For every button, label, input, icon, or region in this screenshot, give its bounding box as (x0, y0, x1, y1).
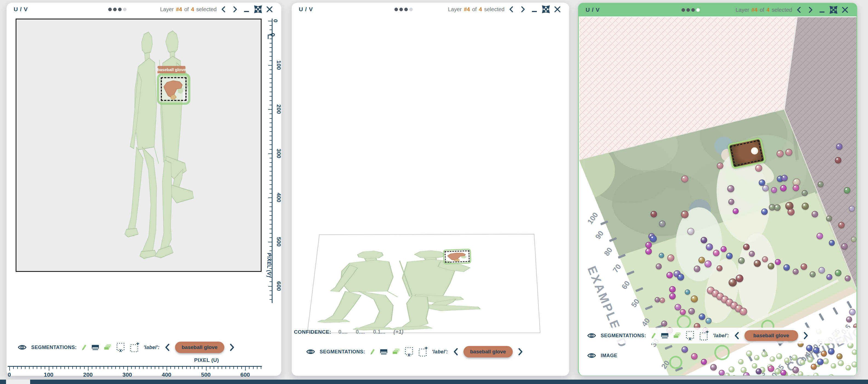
data-point-sphere[interactable] (810, 271, 816, 277)
data-point-sphere[interactable] (677, 274, 684, 281)
layer-dot[interactable] (691, 8, 695, 12)
data-point-sphere[interactable] (806, 345, 813, 351)
data-point-sphere[interactable] (680, 309, 686, 315)
data-point-sphere[interactable] (705, 260, 712, 268)
data-point-sphere[interactable] (780, 370, 786, 376)
data-point-dome[interactable] (754, 355, 760, 360)
data-point-sphere[interactable] (699, 313, 705, 320)
layer-dot[interactable] (113, 8, 117, 11)
data-point-sphere[interactable] (659, 220, 665, 227)
data-point-sphere[interactable] (756, 369, 762, 375)
data-point-sphere[interactable] (776, 150, 784, 157)
visibility-eye-icon[interactable] (587, 352, 596, 359)
data-point-sphere[interactable] (727, 185, 734, 192)
data-point-sphere[interactable] (691, 353, 698, 360)
data-point-sphere[interactable] (762, 256, 768, 262)
layer-dots[interactable] (681, 8, 700, 12)
data-point-sphere[interactable] (743, 372, 750, 376)
data-point-sphere[interactable] (785, 149, 793, 156)
data-point-sphere[interactable] (701, 237, 707, 243)
data-point-sphere[interactable] (755, 165, 762, 172)
data-point-sphere[interactable] (691, 295, 698, 303)
data-point-sphere[interactable] (828, 348, 835, 355)
data-point-sphere[interactable] (694, 266, 701, 272)
scatter-3d-viewport[interactable]: EXAMPLE ID CONFIDENCE 100908070605040302… (579, 17, 857, 376)
data-point-sphere[interactable] (774, 204, 781, 211)
pen-tool-icon[interactable] (370, 348, 375, 355)
data-point-dome[interactable] (851, 361, 857, 368)
data-point-sphere[interactable] (849, 309, 856, 315)
pen-tool-icon[interactable] (651, 332, 656, 339)
data-point-sphere[interactable] (787, 208, 795, 215)
layer-dot[interactable] (118, 8, 122, 11)
data-point-sphere[interactable] (771, 187, 777, 193)
next-class-button[interactable] (803, 331, 809, 340)
data-point-sphere[interactable] (768, 263, 774, 269)
data-point-dome[interactable] (738, 359, 744, 364)
data-point-sphere[interactable] (733, 208, 739, 214)
layer-dot[interactable] (108, 8, 112, 11)
data-point-dome[interactable] (829, 374, 834, 376)
expand-button[interactable] (253, 5, 263, 14)
data-point-sphere[interactable] (645, 248, 652, 255)
class-pill-baseball-glove[interactable]: baseball glove (744, 330, 798, 341)
data-point-sphere[interactable] (743, 244, 750, 250)
next-layer-button[interactable] (806, 5, 815, 14)
data-point-sphere[interactable] (706, 243, 713, 250)
data-point-dome[interactable] (798, 372, 803, 376)
data-point-sphere[interactable] (669, 293, 676, 300)
data-point-sphere[interactable] (738, 257, 745, 264)
data-point-sphere[interactable] (835, 157, 841, 164)
data-point-sphere[interactable] (713, 250, 719, 256)
data-point-dome[interactable] (831, 363, 836, 369)
data-point-sphere[interactable] (816, 233, 823, 239)
data-point-sphere[interactable] (681, 346, 688, 353)
data-point-dome[interactable] (752, 363, 757, 369)
data-point-sphere[interactable] (802, 190, 808, 196)
data-point-sphere[interactable] (688, 308, 695, 315)
data-point-sphere[interactable] (817, 181, 824, 187)
data-point-sphere[interactable] (829, 240, 835, 246)
data-point-sphere[interactable] (736, 275, 743, 282)
data-point-sphere[interactable] (846, 316, 852, 322)
prev-class-button[interactable] (453, 347, 459, 356)
data-point-dome[interactable] (775, 369, 781, 375)
data-point-sphere[interactable] (728, 278, 737, 287)
visibility-eye-icon[interactable] (18, 344, 27, 351)
layers-icon[interactable] (673, 332, 681, 339)
remove-box-icon[interactable]: x (686, 331, 695, 341)
data-point-dome[interactable] (800, 360, 805, 365)
bottom-taskbar-block[interactable] (6, 380, 30, 384)
data-point-dome[interactable] (790, 374, 796, 376)
data-point-sphere[interactable] (818, 267, 825, 274)
data-point-sphere[interactable] (826, 274, 832, 280)
data-point-sphere[interactable] (849, 206, 855, 212)
data-point-sphere[interactable] (710, 364, 717, 371)
data-point-sphere[interactable] (681, 211, 689, 218)
data-point-sphere[interactable] (749, 251, 755, 257)
data-point-dome[interactable] (813, 373, 819, 376)
data-point-sphere[interactable] (706, 318, 712, 324)
minimize-button[interactable] (242, 5, 251, 14)
layer-dot[interactable] (686, 8, 690, 12)
layer-dot[interactable] (681, 8, 685, 12)
data-point-dome[interactable] (784, 358, 790, 363)
data-point-sphere[interactable] (669, 286, 676, 293)
layer-dot[interactable] (696, 8, 700, 12)
data-point-dome[interactable] (762, 351, 768, 357)
class-pill-baseball-glove[interactable]: baseball glove (175, 342, 224, 353)
data-point-dome[interactable] (792, 355, 798, 361)
data-point-sphere[interactable] (780, 185, 787, 191)
data-point-sphere[interactable] (650, 235, 657, 242)
data-point-sphere[interactable] (845, 275, 851, 281)
data-point-dome[interactable] (770, 356, 775, 362)
next-class-button[interactable] (517, 347, 524, 356)
data-point-sphere[interactable] (659, 253, 664, 258)
data-point-sphere[interactable] (836, 143, 842, 150)
pen-tool-icon[interactable] (81, 344, 87, 351)
mask-card-icon[interactable] (661, 333, 669, 339)
data-point-sphere[interactable] (781, 175, 788, 181)
data-point-sphere[interactable] (783, 264, 790, 271)
data-point-sphere[interactable] (838, 222, 845, 229)
data-point-sphere[interactable] (812, 211, 818, 217)
